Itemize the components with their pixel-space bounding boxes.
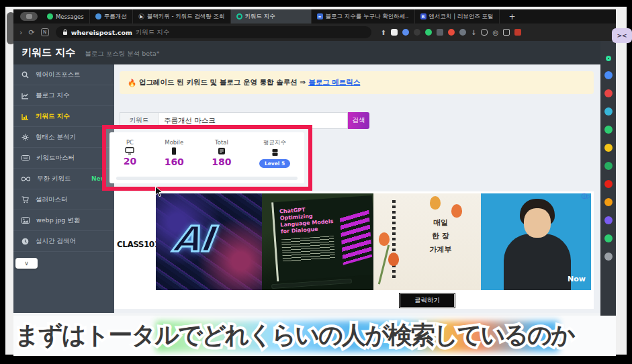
url-field[interactable]: whereispost.com 키워드 지수 [56,26,371,38]
sidebar-collapse-tab[interactable]: ∨ [15,258,38,269]
gear-icon [21,134,29,141]
sidebar-item-blog-index[interactable]: 블로그 지수 [13,85,114,106]
sidebar-item-label: 블로그 지수 [36,91,70,100]
capture-icon[interactable] [437,29,443,36]
extension-icon[interactable] [448,29,455,36]
blog-metrics-link[interactable]: 블로그 메트릭스 [308,78,360,87]
tab-blackkiwi[interactable]: b 블랙키위 - 키워드 검색량 조회 [133,9,231,24]
reload-icon[interactable]: ⟳ [28,28,34,37]
tulip [379,232,390,246]
sidebar-item-seller-master[interactable]: 셀러마스터 [13,189,114,210]
tab-blog-index[interactable]: ≈ 블로그 지수를 누구나 확인하세.. [312,9,415,24]
magenta-bars [340,210,372,265]
search-button[interactable]: 검색 [348,112,369,129]
extension-icon[interactable] [414,29,420,36]
highlight-annotation-box: PC 20 Mobile 160 Total 180 [102,125,312,191]
device-total-icon [218,147,226,155]
notice-banner: 🔥 업그레이드 된 키워드 및 블로그 운영 통합 솔루션 ⇒ 블로그 메트릭스 [120,71,594,94]
whale-service-icon[interactable] [604,107,613,116]
sidebar-item-infinite-keyword[interactable]: 무한 키워드 New [13,169,114,189]
naver-icon[interactable]: N [41,28,49,36]
sidebar-item-realtime-search[interactable]: 실시간 검색어 [13,231,114,252]
reviewers-icon: R [420,13,426,19]
main-content: 🔥 업그레이드 된 키워드 및 블로그 운영 통합 솔루션 ⇒ 블로그 메트릭스… [114,64,600,313]
ad-image-ledger-book: 매일 한 장 가계부 [373,193,481,290]
level-badge: Level 5 [259,159,290,168]
shield-icon[interactable] [459,29,466,36]
whale-service-icon[interactable] [604,216,613,224]
sidebar-item-keyword-master[interactable]: 키워드마스터 [13,148,114,169]
mouse-cursor [154,185,163,198]
cart-icon [21,196,29,203]
ad-image-ai-art: AI [156,193,262,290]
whereispost-icon [236,13,242,19]
whale-service-icon[interactable] [604,89,613,97]
scan-icon[interactable]: ◎ [492,29,498,36]
whale-service-icons[interactable] [600,41,616,261]
ad-cta-button[interactable]: 클릭하기 [400,293,455,308]
infinity-icon [21,176,30,182]
tab-label: 키워드 지수 [245,13,275,21]
tab-messages[interactable]: Messages [42,9,90,24]
blackkiwi-icon: b [138,13,144,19]
whale-service-icon[interactable] [604,234,613,242]
sidebar-item-label: 셀러마스터 [36,195,68,204]
forward-icon[interactable]: › [19,28,22,37]
phone-icon [171,147,177,155]
split-view-icon[interactable] [503,29,510,36]
new-tab-button[interactable]: + [509,12,516,21]
desktop-background: Messages 주름개선 b 블랙키위 - 키워드 검색량 조회 키워드 지수… [5,7,627,355]
keyboard-icon [21,154,30,161]
whale-service-icon[interactable] [604,126,613,134]
sidebar-item-webp-jpg[interactable]: webp jpg 변환 [13,210,114,231]
sidebar-item-morpheme-analyzer[interactable]: 형태소 분석기 [13,127,114,148]
whale-service-icon[interactable] [604,71,613,79]
page-subtitle: 블로그 포스팅 분석 beta* [85,50,159,58]
tab-reviewers[interactable]: R 앤서코치 | 리뷰언즈 포털 [415,9,500,24]
tab-list-button[interactable] [20,12,38,21]
chat-icon[interactable] [481,29,488,36]
pin-extension-icon[interactable] [391,29,398,36]
line-chart-icon [21,92,29,99]
caption-band: まずはトータルでどれくらいの人が検索しているのか まずはトータルでどれくらいの人… [13,316,616,356]
sidebar-collapse-button[interactable]: >< [612,28,632,43]
sidebar-item-whereispost[interactable]: 웨어이즈포스트 [13,64,114,85]
download-icon[interactable]: ↓ [471,29,476,36]
stat-mobile: Mobile 160 [165,139,184,167]
whale-service-icon[interactable] [604,144,613,152]
whale-service-icon[interactable] [604,198,613,206]
tab-label: 블랙키위 - 키워드 검색량 조회 [147,13,225,21]
scrollbar-track [116,177,298,180]
page-title: 키워드 지수 [21,41,75,64]
sidebar-item-label: 웨어이즈포스트 [36,71,81,79]
whale-service-icon[interactable] [604,180,613,188]
ad-image-presenter: Now [481,193,591,290]
stat-value: 20 [124,156,136,167]
whale-service-icon[interactable] [604,253,613,261]
bar-chart-icon [21,113,29,120]
messages-icon [47,13,53,19]
tab-jureumgaeseon[interactable]: 주름개선 [90,9,133,24]
extension-icon[interactable] [402,29,409,36]
sidebar-item-keyword-index[interactable]: 키워드 지수 [13,106,114,127]
lock-icon [62,29,68,36]
ad-banner[interactable]: CLASS101+ AI ChatGPT Optimizing Language… [114,191,594,309]
stat-average-index: 평균지수 Level 5 [259,139,290,168]
share-icon[interactable]: ⬆ [381,29,386,36]
notice-text: 업그레이드 된 키워드 및 블로그 운영 통합 솔루션 ⇒ [139,78,306,87]
alert-extension-icon[interactable] [514,29,521,36]
desktop-icon [125,147,134,154]
sidebar-item-label: 키워드 지수 [36,112,70,121]
now-logo: Now [568,275,586,283]
whale-service-icon[interactable] [604,162,613,170]
extension-icon[interactable] [425,29,432,36]
tab-keyword-index-active[interactable]: 키워드 지수 [231,9,312,24]
whale-service-icon[interactable] [606,56,611,61]
stat-pc: PC 20 [124,139,136,167]
stat-label: Total [215,139,228,146]
whale-service-strip [600,41,616,353]
address-bar: › ⟳ N whereispost.com 키워드 지수 ⬆ [13,24,616,41]
adchoices-icon[interactable]: ⓘ▷ [582,193,591,200]
index-icon [271,148,279,156]
slide-title-text: ChatGPT Optimizing Language Models for D… [279,205,335,235]
